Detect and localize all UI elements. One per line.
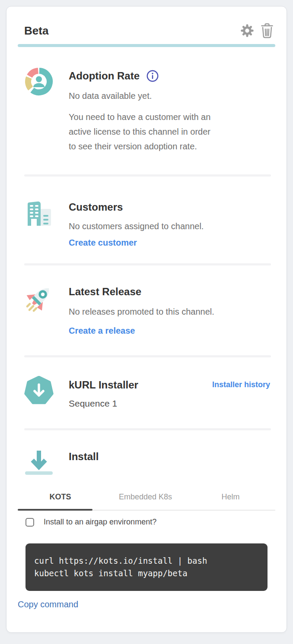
copy-command-link[interactable]: Copy command: [18, 600, 78, 609]
trash-icon[interactable]: [261, 23, 274, 38]
section-divider: [24, 428, 271, 430]
tab-helm[interactable]: Helm: [188, 492, 273, 510]
channel-accent-rule: [18, 44, 275, 47]
install-command-block: curl https://kots.io/install | bash kube…: [25, 543, 268, 591]
kurl-installer-title: kURL Installer: [69, 378, 138, 392]
command-line: kubectl kots install myapp/beta: [34, 567, 259, 580]
section-divider: [24, 355, 271, 357]
adoption-empty-text: No data available yet.: [69, 90, 275, 102]
install-download-icon: [24, 448, 54, 477]
tab-kots[interactable]: KOTS: [18, 492, 103, 510]
latest-release-section: Latest Release No releases promoted to t…: [18, 284, 275, 337]
adoption-rate-section: Adoption Rate No data available yet. You…: [18, 67, 275, 154]
create-release-link[interactable]: Create a release: [69, 325, 135, 337]
info-icon[interactable]: [146, 70, 159, 82]
install-section: Install: [18, 448, 275, 477]
adoption-rate-donut-icon: [24, 67, 54, 96]
gear-icon[interactable]: [240, 23, 255, 38]
channel-title: Beta: [24, 24, 48, 38]
adoption-rate-title: Adoption Rate: [69, 69, 140, 83]
section-divider: [24, 174, 271, 177]
release-empty-text: No releases promoted to this channel.: [69, 306, 275, 318]
channel-card: Beta: [6, 6, 287, 633]
kurl-heptagon-download-icon: [24, 376, 54, 405]
airgap-row: Install to an airgap environment?: [18, 518, 275, 527]
latest-release-title: Latest Release: [69, 284, 275, 299]
install-title: Install: [69, 449, 275, 464]
customers-empty-text: No customers assigned to channel.: [69, 220, 275, 232]
customers-section: Customers No customers assigned to chann…: [18, 199, 275, 249]
installer-history-link[interactable]: Installer history: [212, 380, 270, 389]
kurl-sequence-text: Sequence 1: [69, 397, 275, 410]
tab-embedded-k8s[interactable]: Embedded K8s: [103, 492, 188, 510]
adoption-hint-text: You need to have a customer with an acti…: [69, 110, 275, 154]
header-actions: [240, 23, 274, 38]
airgap-label: Install to an airgap environment?: [44, 518, 156, 527]
create-customer-link[interactable]: Create customer: [69, 237, 137, 249]
section-divider: [24, 263, 271, 265]
rocket-icon: [24, 284, 54, 313]
install-tabs: KOTS Embedded K8s Helm: [18, 492, 275, 511]
command-line: curl https://kots.io/install | bash: [34, 555, 259, 567]
kurl-installer-section: kURL Installer Installer history Sequenc…: [18, 376, 275, 410]
airgap-checkbox[interactable]: [25, 518, 34, 527]
customers-building-icon: [24, 199, 54, 228]
channel-header: Beta: [18, 23, 275, 38]
customers-title: Customers: [69, 200, 275, 214]
